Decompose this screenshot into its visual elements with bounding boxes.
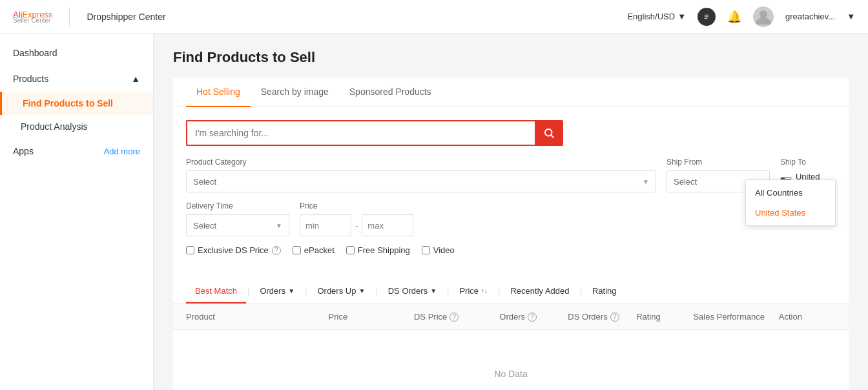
sidebar: Dashboard Products ▲ Find Products to Se…	[0, 34, 154, 390]
apps-label: Apps	[13, 146, 34, 156]
country-dropdown: All Countries United States	[745, 180, 836, 226]
find-products-label: Find Products to Sell	[23, 98, 113, 108]
sort-rating[interactable]: Rating	[583, 280, 626, 303]
checkbox-row: Exclusive DS Price ? ePacket Free Shippi…	[186, 245, 836, 255]
epacket-checkbox[interactable]: ePacket	[293, 245, 335, 255]
sort-divider-1: |	[246, 287, 251, 296]
sort-row: Best Match | Orders ▼ | Orders Up ▼ | DS…	[173, 280, 849, 304]
category-filter-row: Product Category Select ▼ Ship From Sele…	[186, 158, 836, 192]
sort-divider-6: |	[579, 287, 583, 296]
header: AliExpress Seller Center Dropshipper Cen…	[0, 0, 868, 34]
sidebar-item-products[interactable]: Products ▲	[0, 66, 153, 92]
product-analysis-label: Product Analysis	[21, 121, 88, 132]
video-input[interactable]	[422, 246, 430, 254]
delivery-time-label: Delivery Time	[186, 201, 289, 210]
delivery-chevron-icon: ▼	[276, 222, 282, 229]
price-max-input[interactable]	[362, 214, 413, 236]
sort-orders-up[interactable]: Orders Up ▼	[308, 280, 374, 303]
price-min-input[interactable]	[300, 214, 351, 236]
language-selector[interactable]: English/USD ▼	[627, 12, 686, 21]
no-data-message: No Data	[173, 330, 849, 390]
user-name[interactable]: greatachiev...	[785, 12, 835, 21]
ds-price-help-icon[interactable]: ?	[450, 313, 459, 322]
ship-from-label: Ship From	[666, 158, 770, 167]
product-category-value: Select	[193, 177, 216, 187]
country-all[interactable]: All Countries	[746, 183, 835, 203]
tabs-bar: Hot Selling Search by image Sponsored Pr…	[173, 77, 849, 107]
delivery-time-select[interactable]: Select ▼	[186, 214, 289, 236]
exclusive-ds-price-input[interactable]	[186, 246, 194, 254]
free-shipping-label: Free Shipping	[358, 245, 410, 255]
svg-point-1	[760, 10, 767, 18]
sort-price[interactable]: Price ↑↓	[450, 280, 497, 303]
th-rating: Rating	[636, 312, 693, 322]
sidebar-footer: Apps Add more	[0, 138, 153, 164]
bell-icon[interactable]: 🔔	[727, 10, 741, 24]
th-orders: Orders ?	[499, 312, 568, 322]
ship-from-value: Select	[674, 177, 697, 187]
category-chevron-icon: ▼	[643, 178, 649, 185]
video-checkbox[interactable]: Video	[422, 245, 455, 255]
th-price: Price	[329, 312, 414, 322]
svg-line-3	[551, 135, 553, 137]
sort-best-match[interactable]: Best Match	[186, 280, 246, 303]
filter-area: Product Category Select ▼ Ship From Sele…	[173, 107, 849, 280]
tab-hot-selling[interactable]: Hot Selling	[186, 77, 251, 107]
free-shipping-input[interactable]	[346, 246, 355, 254]
price-label: Price	[300, 201, 413, 210]
sidebar-item-product-analysis[interactable]: Product Analysis	[0, 115, 153, 138]
country-us[interactable]: United States	[746, 203, 835, 223]
dashboard-label: Dashboard	[13, 48, 57, 58]
chevron-down-icon: ▼	[677, 12, 686, 21]
sort-divider-4: |	[446, 287, 450, 296]
page-title: Find Products to Sell	[173, 49, 849, 66]
th-sales-performance: Sales Performance	[693, 312, 778, 322]
avatar	[753, 6, 774, 27]
exclusive-ds-price-checkbox[interactable]: Exclusive DS Price ?	[186, 245, 281, 255]
sort-recently-added[interactable]: Recently Added	[501, 280, 578, 303]
sidebar-item-find-products[interactable]: Find Products to Sell	[0, 92, 153, 115]
exclusive-ds-help-icon[interactable]: ?	[272, 246, 281, 255]
search-input[interactable]	[186, 120, 535, 146]
products-label: Products	[13, 74, 48, 84]
main-card: Hot Selling Search by image Sponsored Pr…	[173, 77, 849, 390]
sort-divider-3: |	[374, 287, 378, 296]
price-inputs: -	[300, 214, 413, 236]
seller-center-label: Seller Center	[13, 17, 52, 24]
price-dash: -	[355, 221, 358, 231]
product-category-select[interactable]: Select ▼	[186, 170, 656, 192]
sort-orders[interactable]: Orders ▼	[251, 280, 304, 303]
free-shipping-checkbox[interactable]: Free Shipping	[346, 245, 410, 255]
dropshipper-center-label: Dropshipper Center	[87, 12, 165, 22]
sort-ds-orders[interactable]: DS Orders ▼	[379, 280, 446, 303]
video-label: Video	[433, 245, 455, 255]
header-right: English/USD ▼ 🔔 greatachiev... ▼	[627, 6, 855, 27]
th-product: Product	[186, 312, 329, 322]
ship-to-label: Ship To	[780, 158, 836, 167]
epacket-label: ePacket	[304, 245, 335, 255]
delivery-time-group: Delivery Time Select ▼	[186, 201, 289, 236]
th-action: Action	[779, 312, 836, 322]
sort-divider-2: |	[304, 287, 308, 296]
chat-icon[interactable]	[698, 8, 716, 26]
tab-sponsored-products[interactable]: Sponsored Products	[339, 77, 442, 107]
search-row	[186, 120, 836, 146]
th-ds-orders: DS Orders ?	[568, 312, 636, 322]
orders-help-icon[interactable]: ?	[528, 313, 537, 322]
sort-divider-5: |	[497, 287, 501, 296]
delivery-price-row: Delivery Time Select ▼ Price -	[186, 201, 836, 236]
tab-search-by-image[interactable]: Search by image	[251, 77, 339, 107]
logo[interactable]: AliExpress Seller Center	[13, 10, 52, 24]
ds-orders-help-icon[interactable]: ?	[610, 313, 619, 322]
epacket-input[interactable]	[293, 246, 301, 254]
logo-area: AliExpress Seller Center Dropshipper Cen…	[13, 8, 166, 26]
search-button[interactable]	[535, 120, 563, 146]
delivery-time-value: Select	[193, 221, 216, 231]
main-content: Find Products to Sell Hot Selling Search…	[154, 34, 868, 390]
products-chevron-icon: ▲	[131, 74, 140, 84]
sidebar-item-dashboard[interactable]: Dashboard	[0, 40, 153, 66]
price-sort-arrow-icon: ↑↓	[481, 287, 488, 294]
table-header: Product Price DS Price ? Orders ? DS Ord…	[173, 304, 849, 330]
header-divider	[69, 8, 70, 26]
add-more-link[interactable]: Add more	[104, 147, 140, 156]
